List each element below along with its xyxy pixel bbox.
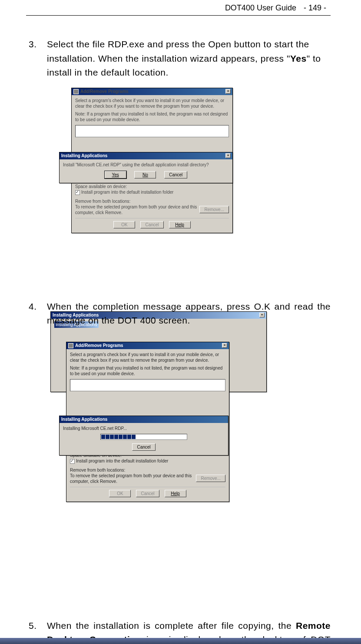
step-3-number: 3. (26, 37, 47, 80)
install-default-label-2: Install program into the default install… (76, 459, 168, 463)
program-list-1[interactable] (75, 125, 229, 137)
progress-titlebar-2[interactable]: Installing Applications (60, 416, 228, 423)
install-default-row-1: Install program into the default install… (75, 189, 229, 195)
step-5-part1: When the installation is complete after … (47, 621, 296, 631)
help-button-2[interactable]: Help (165, 490, 186, 497)
close-icon[interactable]: × (222, 343, 227, 348)
ok-button-2[interactable]: OK (109, 490, 131, 497)
progress-line-2: Installing Microsoft CE.net RDP... (63, 426, 225, 431)
install-default-row-2: Install program into the default install… (70, 458, 225, 464)
progress-bar (100, 434, 187, 440)
close-icon[interactable]: × (225, 89, 231, 94)
remove-button-1[interactable]: Remove... (199, 206, 229, 213)
installing-title-1: Installing Applications (61, 153, 225, 158)
remove-button-2[interactable]: Remove... (196, 475, 225, 482)
step-4-text: When the completion message appears, pre… (47, 300, 331, 328)
add-remove-title-1: Add/Remove Programs (80, 89, 225, 94)
footer-bar (0, 638, 361, 644)
remove-txt-2: To remove the selected program from both… (70, 473, 194, 484)
cancel-button-1[interactable]: Cancel (140, 221, 163, 228)
no-button[interactable]: No (134, 171, 156, 178)
step-4-number: 4. (26, 300, 47, 328)
sys-icon (68, 343, 73, 348)
installing-titlebar-1[interactable]: Installing Applications × (60, 152, 232, 159)
page-header: DOT400 User Guide - 149 - (26, 0, 331, 13)
outer-note-1: Note: If a program that you installed is… (75, 111, 229, 122)
install-default-checkbox-1[interactable] (75, 190, 80, 195)
remove-label-2: Remove from both locations: (70, 467, 225, 473)
sys-icon (73, 89, 79, 94)
step-4: 4. When the completion message appears, … (26, 300, 331, 328)
cancel-button-inner-1[interactable]: Cancel (164, 171, 187, 178)
page-number: - 149 - (304, 3, 326, 12)
cancel-button-2[interactable]: Cancel (136, 490, 159, 497)
screenshot-2: Installing Applications × Installing App… (50, 324, 268, 593)
installing-dialog-1: Installing Applications × Install "Micro… (59, 152, 233, 183)
installing-prompt-1: Install "Microsoft CE.net RDP" using the… (63, 162, 229, 168)
add-remove-title-2: Add/Remove Programs (75, 343, 221, 348)
step-3: 3. Select the file RDP.exe and press the… (26, 37, 331, 80)
yes-button[interactable]: Yes (105, 171, 126, 178)
screenshot-1: Add/Remove Programs × Select a program's… (71, 88, 233, 270)
header-rule (26, 15, 331, 16)
help-button-1[interactable]: Help (169, 221, 191, 228)
close-icon[interactable]: × (225, 153, 231, 158)
ok-button-1[interactable]: OK (113, 221, 135, 228)
step-3-bold: Yes (290, 53, 307, 63)
add-remove-titlebar-2[interactable]: Add/Remove Programs × (66, 342, 229, 349)
remove-label-1: Remove from both locations: (75, 198, 229, 204)
outer-note-2: Note: If a program that you installed is… (70, 365, 225, 376)
step-3-part2: When the installation wizard appears, pr… (98, 53, 290, 63)
outer-body1-1: Select a program's check box if you want… (75, 98, 229, 109)
remove-txt-1: To remove the selected program from both… (75, 204, 198, 215)
install-default-checkbox-2[interactable] (70, 459, 75, 464)
progress-title-2: Installing Applications (61, 417, 226, 422)
install-default-label-1: Install program into the default install… (81, 190, 173, 195)
step-3-text: Select the file RDP.exe and press the Op… (47, 37, 331, 80)
add-remove-titlebar-1[interactable]: Add/Remove Programs × (72, 88, 232, 95)
cancel-button-progress[interactable]: Cancel (132, 443, 155, 451)
space-avail-1: Space available on device: (75, 184, 229, 189)
guide-title: DOT400 User Guide (225, 3, 296, 12)
program-list-2[interactable] (70, 379, 225, 391)
progress-dialog-2: Installing Applications Installing Micro… (59, 416, 229, 456)
outer-body1-2: Select a program's check box if you want… (70, 352, 225, 363)
